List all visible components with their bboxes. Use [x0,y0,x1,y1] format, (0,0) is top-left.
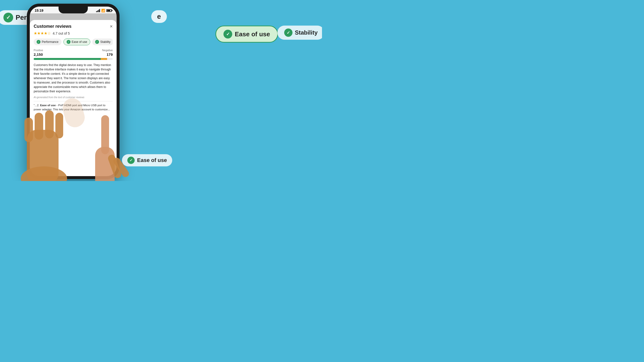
divider [34,101,113,101]
quote-text-start: "...2. [34,104,40,107]
bottom-ease-label: Ease of use [137,157,167,164]
review-text: Customers find the digital device easy t… [34,63,113,94]
negative-count: 179 [106,52,113,56]
close-button[interactable]: × [110,24,113,29]
phone-wrapper: 15:19 📶 [27,4,120,179]
right-ease-label: Ease of use [235,30,270,38]
positive-label: Positive [34,49,43,52]
modal-title: Customer reviews [34,24,72,29]
negative-label: Negative [102,49,113,52]
stars-display: ★★★★☆ [34,31,51,35]
ai-note: AI-generated from the text of customer r… [34,96,113,99]
quote-section: "...2. Ease of use - PnP HDMI port and M… [34,103,113,112]
battery-icon [106,9,112,12]
chip-check-stab: ✓ [95,40,99,44]
signal-icon [96,9,100,12]
check-icon-stab-right: ✓ [284,28,292,37]
chip-ease-of-use[interactable]: ✓ Ease of use [64,38,90,45]
phone-frame: 15:19 📶 [27,4,120,179]
right-tag-ease-of-use: ✓ Ease of use [216,25,278,43]
right-stab-label: Stability [295,29,318,36]
sentiment-bar [34,58,113,60]
chip-perf-label: Performance [42,40,58,44]
bg-tag-ease-partial-label: e [157,13,161,20]
filter-chips: ✓ Performance ✓ Ease of use ✓ Stability … [34,38,113,45]
negative-bar [101,58,107,60]
review-modal[interactable]: Customer reviews × ★★★★☆ 4.7 out of 5 ✓ … [30,20,116,176]
chip-stab-label: Stability [100,40,110,44]
time-display: 15:19 [35,8,44,12]
rating-value: 4.7 out of 5 [53,31,70,35]
positive-bar [34,58,101,60]
chip-performance[interactable]: ✓ Performance [34,38,62,45]
chip-check-perf: ✓ [36,40,40,44]
phone-screen: 15:19 📶 [30,6,116,176]
check-icon-ease-right: ✓ [224,30,232,38]
chip-stability[interactable]: ✓ Stability [92,38,113,45]
sentiment-section: Positive Negative 2,150 179 [34,49,113,60]
right-tag-stability: ✓ Stability [277,25,322,40]
positive-count: 2,150 [34,52,43,56]
rating-row: ★★★★☆ 4.7 out of 5 [34,31,113,35]
chip-ease-label: Ease of use [72,40,87,44]
check-icon-ease-bottom: ✓ [127,157,135,164]
bottom-tag-ease-of-use: ✓ Ease of use [122,154,172,166]
phone-notch [58,6,88,13]
modal-header: Customer reviews × [34,24,113,29]
ease-of-use-bold: Ease of use [40,104,56,107]
chip-check-ease: ✓ [66,40,70,44]
bg-tag-ease-partial: e [151,10,167,23]
sentiment-numbers: 2,150 179 [34,52,113,56]
check-icon-perf: ✓ [4,13,13,22]
status-icons: 📶 [96,9,112,12]
wifi-icon: 📶 [101,9,105,12]
sentiment-labels: Positive Negative [34,49,113,52]
